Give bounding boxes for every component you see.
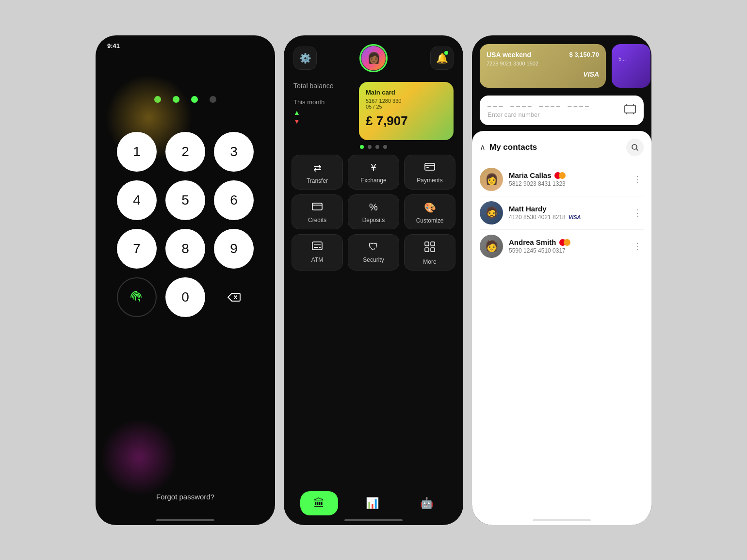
main-card[interactable]: Main card 5167 1280 330 05 / 25 £ 7,907 (359, 82, 454, 140)
glow-decoration-2 (100, 418, 178, 496)
transfer-label: Transfer (307, 177, 328, 184)
nav-home-button[interactable]: 🏛 (300, 491, 338, 515)
pin-key-5[interactable]: 5 (165, 180, 205, 220)
this-month-label: This month (293, 98, 351, 106)
dashboard-screen: ⚙️ 👩🏾 🔔 Total balance This month ▲ ▼ Mai… (284, 35, 463, 525)
scan-card-button[interactable] (624, 104, 636, 117)
svg-rect-6 (316, 247, 318, 248)
pin-key-delete[interactable] (214, 277, 254, 317)
deposits-icon: % (369, 202, 378, 213)
more-options-matt[interactable]: ⋮ (631, 206, 644, 220)
more-options-andrea[interactable]: ⋮ (631, 239, 644, 254)
notifications-button[interactable]: 🔔 (430, 47, 454, 70)
payments-icon (424, 162, 435, 173)
transfer-button[interactable]: ⇄ Transfer (292, 155, 343, 190)
avatar-image: 👩🏾 (361, 46, 386, 70)
exchange-icon: ¥ (371, 162, 376, 173)
card-number: 7228 9021 3300 1502 (487, 61, 599, 66)
pin-key-4[interactable]: 4 (117, 180, 157, 220)
contact-name-maria: Maria Callas (509, 171, 625, 179)
contacts-section: ∧ My contacts 👩 Maria Callas (472, 131, 651, 525)
card-partial: 5... (618, 56, 644, 62)
contact-info-maria: Maria Callas 5812 9023 8431 1323 (509, 171, 625, 187)
pin-dot-2 (173, 96, 179, 103)
forgot-password-link[interactable]: Forgot password? (156, 493, 214, 501)
up-arrow-icon: ▲ (293, 109, 351, 116)
card-input-content: ——— ———— ———— ———— Enter card number (487, 102, 619, 118)
contact-card-number-maria: 5812 9023 8431 1323 (509, 180, 625, 187)
mc-orange-circle (559, 172, 566, 179)
card-number-input-section: ——— ———— ———— ———— Enter card number (480, 96, 644, 125)
contact-item-matt: 🧔 Matt Hardy 4120 8530 4021 8218 VISA ⋮ (480, 196, 644, 230)
pin-key-0[interactable]: 0 (165, 277, 205, 317)
deposits-button[interactable]: % Deposits (348, 194, 399, 229)
second-card[interactable]: 5... (612, 44, 650, 88)
pin-key-6[interactable]: 6 (214, 180, 254, 220)
usa-weekend-card[interactable]: USA weekend $ 3,150.70 7228 9021 3300 15… (480, 44, 606, 88)
card-dot-1 (360, 145, 364, 149)
more-options-maria[interactable]: ⋮ (631, 172, 644, 187)
credits-button[interactable]: Credits (292, 194, 343, 229)
pin-dot-3 (191, 96, 198, 103)
svg-rect-5 (314, 247, 316, 248)
contact-name-matt: Matt Hardy (509, 205, 625, 213)
nav-chat-button[interactable]: 🤖 (406, 491, 447, 515)
actions-grid: ⇄ Transfer ¥ Exchange Payments (284, 155, 463, 271)
card-title: Main card (366, 89, 447, 96)
pin-phone: 9:41 1 2 3 4 5 6 7 8 9 (96, 35, 275, 525)
settings-button[interactable]: ⚙️ (293, 47, 317, 70)
svg-rect-4 (314, 244, 321, 245)
pin-key-9[interactable]: 9 (214, 229, 254, 269)
home-indicator (156, 519, 214, 521)
mastercard-logo (559, 239, 570, 246)
pin-key-8[interactable]: 8 (165, 229, 205, 269)
pin-key-3[interactable]: 3 (214, 132, 254, 172)
atm-icon (312, 241, 323, 253)
credits-label: Credits (308, 217, 326, 224)
mastercard-logo (554, 172, 566, 179)
contacts-phone: USA weekend $ 3,150.70 7228 9021 3300 15… (472, 35, 651, 525)
contact-info-matt: Matt Hardy 4120 8530 4021 8218 VISA (509, 205, 625, 221)
pin-key-2[interactable]: 2 (165, 132, 205, 172)
contacts-title-row: ∧ My contacts (480, 143, 537, 152)
svg-rect-3 (312, 242, 322, 250)
transfer-icon: ⇄ (313, 162, 322, 174)
card-number-dashes: ——— ———— ———— ———— (487, 102, 619, 110)
status-time: 9:41 (107, 42, 120, 49)
more-icon (424, 241, 435, 255)
payments-button[interactable]: Payments (404, 155, 455, 190)
home-indicator (344, 519, 403, 521)
contact-info-andrea: Andrea Smith 5590 1245 4510 0317 (509, 238, 625, 254)
svg-rect-7 (319, 247, 321, 248)
pin-key-fingerprint[interactable] (117, 277, 157, 317)
deposits-label: Deposits (362, 217, 385, 224)
mc-orange-circle (564, 239, 570, 246)
customize-button[interactable]: 🎨 Customize (404, 194, 455, 229)
pin-key-7[interactable]: 7 (117, 229, 157, 269)
svg-rect-9 (431, 242, 435, 246)
gear-icon: ⚙️ (299, 52, 311, 64)
more-button[interactable]: More (404, 234, 455, 271)
contacts-header: ∧ My contacts (480, 139, 644, 156)
security-button[interactable]: 🛡 Security (348, 234, 399, 271)
trend-arrows: ▲ ▼ (293, 109, 351, 125)
search-contacts-button[interactable] (626, 139, 644, 156)
more-label: More (423, 258, 436, 265)
svg-rect-10 (425, 248, 429, 252)
contact-avatar-matt: 🧔 (480, 201, 503, 224)
svg-rect-8 (425, 242, 429, 246)
pin-key-1[interactable]: 1 (117, 132, 157, 172)
atm-button[interactable]: ATM (292, 234, 343, 271)
home-icon: 🏛 (314, 497, 325, 510)
home-indicator (533, 519, 591, 521)
card-pagination (284, 145, 463, 149)
user-avatar[interactable]: 👩🏾 (359, 44, 388, 72)
stats-icon: 📊 (366, 497, 379, 510)
svg-rect-2 (312, 203, 322, 210)
collapse-icon[interactable]: ∧ (480, 143, 486, 152)
contact-item-andrea: 🧑 Andrea Smith 5590 1245 4510 0317 ⋮ (480, 230, 644, 263)
card-amount: £ 7,907 (366, 113, 447, 128)
exchange-button[interactable]: ¥ Exchange (348, 155, 399, 190)
nav-stats-button[interactable]: 📊 (352, 491, 392, 515)
pin-keypad: 1 2 3 4 5 6 7 8 9 (117, 132, 254, 317)
